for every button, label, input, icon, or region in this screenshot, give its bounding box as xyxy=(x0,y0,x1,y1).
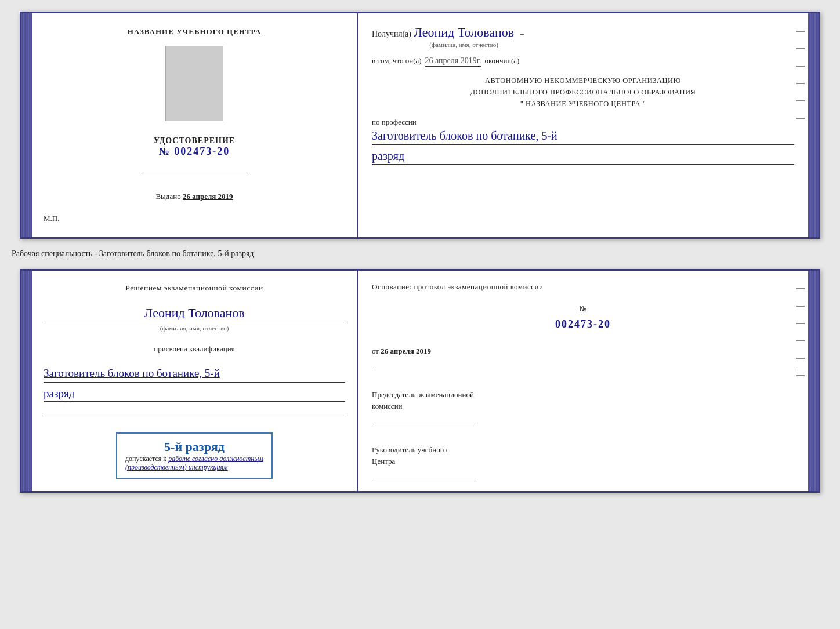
bottom-doc-spine-right xyxy=(808,271,819,491)
stamp-text: 5-й разряд xyxy=(125,439,263,455)
photo-placeholder xyxy=(165,46,223,121)
bottom-doc-right-panel: Основание: протокол экзаменационной коми… xyxy=(358,271,808,491)
bottom-doc-left-panel: Решением экзаменационной комиссии Леонид… xyxy=(32,271,358,491)
udostoverenie-block: УДОСТОВЕРЕНИЕ № 002473-20 xyxy=(154,136,235,158)
recipient-name: Леонид Толованов xyxy=(414,25,514,41)
vtom-date: 26 апреля 2019г. xyxy=(425,56,481,67)
bottom-razryad: разряд xyxy=(44,387,345,402)
predsedatel-block: Председатель экзаменационной комиссии xyxy=(372,389,794,424)
udostoverenie-label: УДОСТОВЕРЕНИЕ xyxy=(154,136,235,146)
bottom-profession: Заготовитель блоков по ботанике, 5-й xyxy=(44,366,345,383)
rukovoditel-block: Руководитель учебного Центра xyxy=(372,444,794,479)
mp-label: М.П. xyxy=(44,214,59,223)
vydano-line: Выдано 26 апреля 2019 xyxy=(155,192,233,201)
predsedatel-signature-line xyxy=(372,414,476,424)
vtom-line: в том, что он(а) 26 апреля 2019г. окончи… xyxy=(372,56,794,67)
bottom-doc-spine-left xyxy=(21,271,32,491)
bottom-fio-subtitle: (фамилия, имя, отчество) xyxy=(44,325,345,332)
fio-subtitle: (фамилия, имя, отчество) xyxy=(414,41,514,48)
osnovanie-block: Основание: протокол экзаменационной коми… xyxy=(372,282,794,292)
udostoverenie-number: № 002473-20 xyxy=(154,146,235,158)
bottom-number-block: № 002473-20 xyxy=(372,303,794,335)
bottom-right-edge-marks xyxy=(796,288,805,376)
dopuskaetsya-text: допускается к работе согласно должностны… xyxy=(125,455,263,472)
top-doc-center-title: НАЗВАНИЕ УЧЕБНОГО ЦЕНТРА xyxy=(128,27,262,37)
po-professii-block: по профессии Заготовитель блоков по бота… xyxy=(372,118,794,165)
bottom-document-card: Решением экзаменационной комиссии Леонид… xyxy=(20,269,820,493)
doc-spine-left xyxy=(21,13,32,237)
bottom-number: 002473-20 xyxy=(372,318,794,330)
poluchil-line: Получил(а) Леонид Толованов (фамилия, им… xyxy=(372,25,794,48)
specialty-label: Рабочая специальность - Заготовитель бло… xyxy=(12,249,812,259)
recipient-name-block: Леонид Толованов (фамилия, имя, отчество… xyxy=(414,25,514,48)
bottom-name-block: Леонид Толованов (фамилия, имя, отчество… xyxy=(44,303,345,332)
profession-text: Заготовитель блоков по ботанике, 5-й xyxy=(372,128,794,145)
top-doc-left-panel: НАЗВАНИЕ УЧЕБНОГО ЦЕНТРА УДОСТОВЕРЕНИЕ №… xyxy=(32,13,358,237)
top-document-card: НАЗВАНИЕ УЧЕБНОГО ЦЕНТРА УДОСТОВЕРЕНИЕ №… xyxy=(20,12,820,239)
autonomnaya-block: АВТОНОМНУЮ НЕКОММЕРЧЕСКУЮ ОРГАНИЗАЦИЮ ДО… xyxy=(372,75,794,110)
rukovoditel-signature-line xyxy=(372,469,476,479)
resheniyem-text: Решением экзаменационной комиссии xyxy=(125,282,263,294)
razryad-text: разряд xyxy=(372,150,794,165)
stamp-box: 5-й разряд допускается к работе согласно… xyxy=(116,432,273,479)
doc-spine-right xyxy=(808,13,819,237)
top-doc-right-panel: Получил(а) Леонид Толованов (фамилия, им… xyxy=(358,13,808,237)
bottom-recipient-name: Леонид Толованов xyxy=(44,306,345,322)
prisvoena-text: присвоена квалификация xyxy=(154,344,234,354)
right-edge-marks xyxy=(796,31,805,119)
ot-line: от 26 апреля 2019 xyxy=(372,347,794,356)
